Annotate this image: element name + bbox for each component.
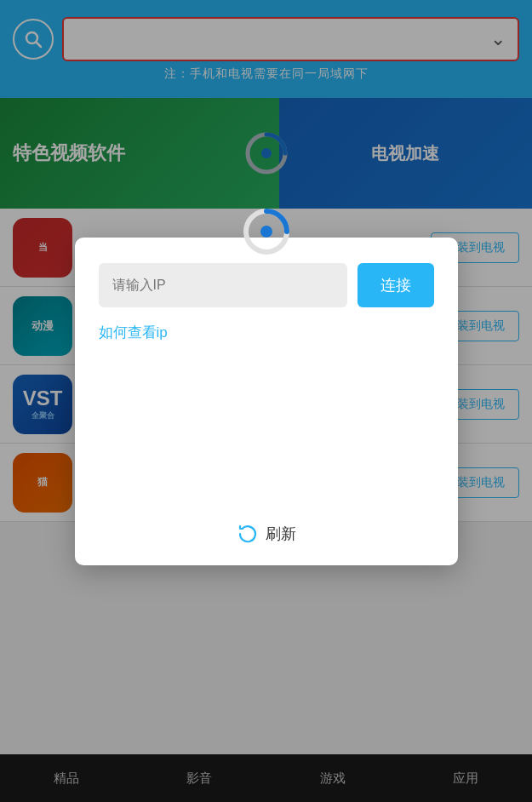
refresh-label: 刷新 [266, 524, 296, 544]
refresh-icon [237, 523, 259, 545]
ip-row: 连接 [99, 263, 434, 307]
refresh-row[interactable]: 刷新 [99, 523, 434, 545]
connect-dialog: 连接 如何查看ip 刷新 [75, 238, 458, 565]
svg-point-5 [260, 226, 272, 238]
dialog-spinner [242, 207, 291, 260]
ip-input[interactable] [99, 263, 347, 307]
how-to-ip-link[interactable]: 如何查看ip [99, 323, 434, 342]
connect-button[interactable]: 连接 [358, 263, 434, 307]
dialog-spacer [99, 352, 434, 523]
dialog-overlay: 连接 如何查看ip 刷新 [0, 0, 532, 802]
